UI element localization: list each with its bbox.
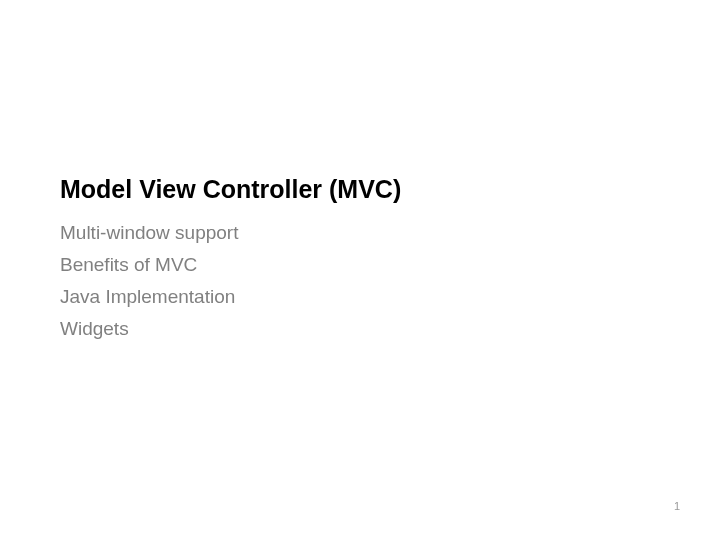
slide-title: Model View Controller (MVC) [60,175,660,204]
list-item: Java Implementation [60,286,660,308]
slide-container: Model View Controller (MVC) Multi-window… [0,0,720,540]
list-item: Benefits of MVC [60,254,660,276]
list-item: Multi-window support [60,222,660,244]
list-item: Widgets [60,318,660,340]
bullet-list: Multi-window support Benefits of MVC Jav… [60,222,660,340]
page-number: 1 [674,500,680,512]
